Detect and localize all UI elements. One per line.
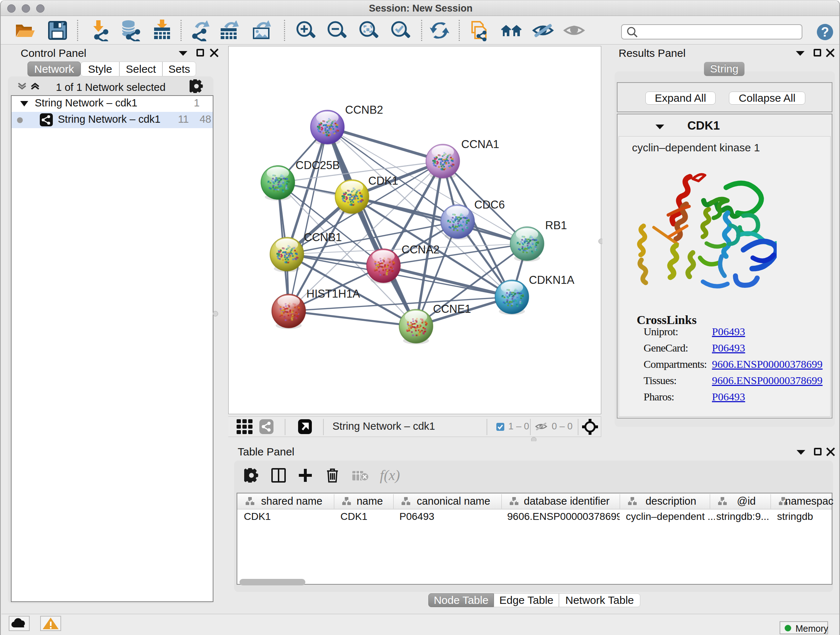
svg-text:CCNA2: CCNA2 xyxy=(401,243,439,256)
svg-text:CDKN1A: CDKN1A xyxy=(529,274,575,287)
svg-text:CCNA1: CCNA1 xyxy=(461,138,499,150)
svg-text:CCNB2: CCNB2 xyxy=(345,103,383,116)
svg-text:CDC25B: CDC25B xyxy=(295,159,340,172)
svg-text:HIST1H1A: HIST1H1A xyxy=(306,287,360,300)
svg-text:CDK1: CDK1 xyxy=(368,174,398,187)
svg-text:RB1: RB1 xyxy=(545,219,567,232)
svg-text:CCNB1: CCNB1 xyxy=(304,231,342,244)
svg-text:CDC6: CDC6 xyxy=(474,198,505,211)
svg-text:CCNE1: CCNE1 xyxy=(433,302,471,315)
